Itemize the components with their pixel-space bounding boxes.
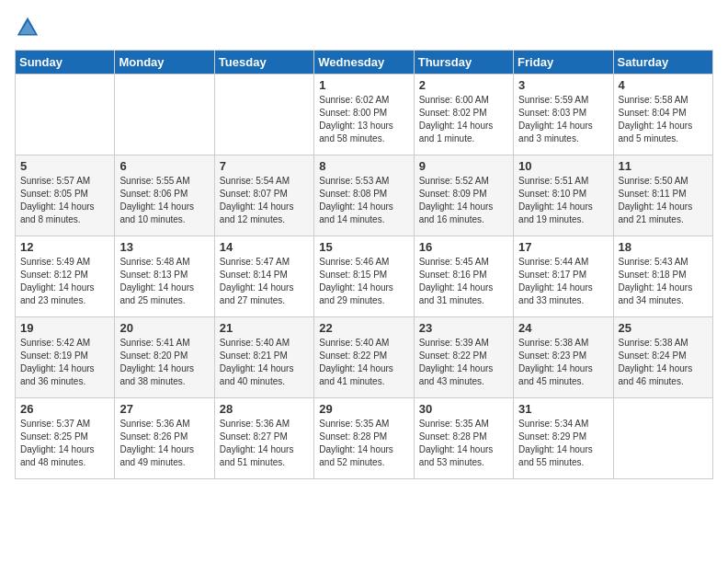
calendar-cell: 24Sunrise: 5:38 AM Sunset: 8:23 PM Dayli… — [514, 317, 613, 398]
calendar-cell — [613, 398, 712, 479]
day-info: Sunrise: 5:38 AM Sunset: 8:24 PM Dayligh… — [619, 337, 708, 388]
day-number: 19 — [20, 321, 109, 335]
header-day-saturday: Saturday — [613, 51, 712, 75]
day-info: Sunrise: 5:43 AM Sunset: 8:18 PM Dayligh… — [619, 256, 708, 307]
day-info: Sunrise: 5:50 AM Sunset: 8:11 PM Dayligh… — [619, 175, 708, 226]
day-info: Sunrise: 5:37 AM Sunset: 8:25 PM Dayligh… — [20, 418, 109, 469]
calendar-body: 1Sunrise: 6:02 AM Sunset: 8:00 PM Daylig… — [16, 75, 713, 479]
day-number: 14 — [220, 240, 309, 254]
day-number: 16 — [419, 240, 508, 254]
day-number: 26 — [20, 402, 109, 416]
calendar-cell: 5Sunrise: 5:57 AM Sunset: 8:05 PM Daylig… — [16, 155, 115, 236]
day-info: Sunrise: 5:41 AM Sunset: 8:20 PM Dayligh… — [119, 337, 209, 388]
day-info: Sunrise: 5:55 AM Sunset: 8:06 PM Dayligh… — [119, 175, 209, 226]
day-info: Sunrise: 5:48 AM Sunset: 8:13 PM Dayligh… — [119, 256, 209, 307]
day-info: Sunrise: 5:46 AM Sunset: 8:15 PM Dayligh… — [319, 256, 408, 307]
calendar-cell: 17Sunrise: 5:44 AM Sunset: 8:17 PM Dayli… — [514, 236, 613, 317]
day-info: Sunrise: 5:52 AM Sunset: 8:09 PM Dayligh… — [419, 175, 508, 226]
day-info: Sunrise: 5:35 AM Sunset: 8:28 PM Dayligh… — [419, 418, 508, 469]
page-header — [15, 15, 713, 40]
calendar-cell — [16, 75, 115, 155]
calendar-cell: 18Sunrise: 5:43 AM Sunset: 8:18 PM Dayli… — [613, 236, 712, 317]
week-row-3: 19Sunrise: 5:42 AM Sunset: 8:19 PM Dayli… — [16, 317, 713, 398]
day-info: Sunrise: 5:40 AM Sunset: 8:22 PM Dayligh… — [319, 337, 408, 388]
day-number: 4 — [619, 78, 708, 92]
calendar-cell: 7Sunrise: 5:54 AM Sunset: 8:07 PM Daylig… — [214, 155, 313, 236]
day-info: Sunrise: 5:58 AM Sunset: 8:04 PM Dayligh… — [619, 94, 708, 145]
day-info: Sunrise: 5:49 AM Sunset: 8:12 PM Dayligh… — [20, 256, 109, 307]
day-number: 20 — [119, 321, 209, 335]
calendar-cell: 12Sunrise: 5:49 AM Sunset: 8:12 PM Dayli… — [16, 236, 115, 317]
logo-icon — [15, 15, 40, 40]
calendar-cell: 16Sunrise: 5:45 AM Sunset: 8:16 PM Dayli… — [414, 236, 513, 317]
calendar-cell: 10Sunrise: 5:51 AM Sunset: 8:10 PM Dayli… — [514, 155, 613, 236]
day-info: Sunrise: 5:42 AM Sunset: 8:19 PM Dayligh… — [20, 337, 109, 388]
day-info: Sunrise: 5:59 AM Sunset: 8:03 PM Dayligh… — [518, 94, 608, 145]
calendar-cell: 1Sunrise: 6:02 AM Sunset: 8:00 PM Daylig… — [314, 75, 414, 155]
day-number: 1 — [319, 78, 408, 92]
calendar-cell: 26Sunrise: 5:37 AM Sunset: 8:25 PM Dayli… — [16, 398, 115, 479]
header-day-sunday: Sunday — [16, 51, 115, 75]
day-info: Sunrise: 5:57 AM Sunset: 8:05 PM Dayligh… — [20, 175, 109, 226]
calendar-cell: 13Sunrise: 5:48 AM Sunset: 8:13 PM Dayli… — [115, 236, 214, 317]
calendar-cell — [214, 75, 313, 155]
day-info: Sunrise: 5:35 AM Sunset: 8:28 PM Dayligh… — [319, 418, 408, 469]
header-day-thursday: Thursday — [414, 51, 513, 75]
day-number: 31 — [518, 402, 608, 416]
day-number: 11 — [619, 159, 708, 173]
week-row-4: 26Sunrise: 5:37 AM Sunset: 8:25 PM Dayli… — [16, 398, 713, 479]
calendar-cell: 29Sunrise: 5:35 AM Sunset: 8:28 PM Dayli… — [314, 398, 414, 479]
day-number: 27 — [119, 402, 209, 416]
calendar-cell: 4Sunrise: 5:58 AM Sunset: 8:04 PM Daylig… — [613, 75, 712, 155]
day-number: 3 — [518, 78, 608, 92]
calendar-cell: 11Sunrise: 5:50 AM Sunset: 8:11 PM Dayli… — [613, 155, 712, 236]
calendar-cell: 15Sunrise: 5:46 AM Sunset: 8:15 PM Dayli… — [314, 236, 414, 317]
calendar-cell: 22Sunrise: 5:40 AM Sunset: 8:22 PM Dayli… — [314, 317, 414, 398]
day-info: Sunrise: 5:47 AM Sunset: 8:14 PM Dayligh… — [220, 256, 309, 307]
calendar-cell: 21Sunrise: 5:40 AM Sunset: 8:21 PM Dayli… — [214, 317, 313, 398]
day-number: 2 — [419, 78, 508, 92]
day-number: 10 — [518, 159, 608, 173]
day-number: 23 — [419, 321, 508, 335]
day-info: Sunrise: 5:38 AM Sunset: 8:23 PM Dayligh… — [518, 337, 608, 388]
day-number: 25 — [619, 321, 708, 335]
header-day-wednesday: Wednesday — [314, 51, 414, 75]
day-info: Sunrise: 5:39 AM Sunset: 8:22 PM Dayligh… — [419, 337, 508, 388]
day-number: 29 — [319, 402, 408, 416]
header-day-friday: Friday — [514, 51, 613, 75]
day-number: 12 — [20, 240, 109, 254]
day-info: Sunrise: 5:44 AM Sunset: 8:17 PM Dayligh… — [518, 256, 608, 307]
day-info: Sunrise: 5:36 AM Sunset: 8:26 PM Dayligh… — [119, 418, 209, 469]
day-number: 8 — [319, 159, 408, 173]
day-number: 7 — [220, 159, 309, 173]
calendar-cell: 23Sunrise: 5:39 AM Sunset: 8:22 PM Dayli… — [414, 317, 513, 398]
calendar-table: SundayMondayTuesdayWednesdayThursdayFrid… — [15, 50, 713, 479]
day-number: 21 — [220, 321, 309, 335]
calendar-cell — [115, 75, 214, 155]
calendar-cell: 19Sunrise: 5:42 AM Sunset: 8:19 PM Dayli… — [16, 317, 115, 398]
day-number: 5 — [20, 159, 109, 173]
calendar-cell: 9Sunrise: 5:52 AM Sunset: 8:09 PM Daylig… — [414, 155, 513, 236]
day-number: 28 — [220, 402, 309, 416]
day-info: Sunrise: 5:40 AM Sunset: 8:21 PM Dayligh… — [220, 337, 309, 388]
day-number: 18 — [619, 240, 708, 254]
calendar-cell: 25Sunrise: 5:38 AM Sunset: 8:24 PM Dayli… — [613, 317, 712, 398]
day-number: 17 — [518, 240, 608, 254]
day-info: Sunrise: 6:00 AM Sunset: 8:02 PM Dayligh… — [419, 94, 508, 145]
calendar-header: SundayMondayTuesdayWednesdayThursdayFrid… — [16, 51, 713, 75]
day-number: 22 — [319, 321, 408, 335]
day-info: Sunrise: 5:54 AM Sunset: 8:07 PM Dayligh… — [220, 175, 309, 226]
day-number: 30 — [419, 402, 508, 416]
day-info: Sunrise: 6:02 AM Sunset: 8:00 PM Dayligh… — [319, 94, 408, 145]
calendar-cell: 27Sunrise: 5:36 AM Sunset: 8:26 PM Dayli… — [115, 398, 214, 479]
header-row: SundayMondayTuesdayWednesdayThursdayFrid… — [16, 51, 713, 75]
calendar-cell: 3Sunrise: 5:59 AM Sunset: 8:03 PM Daylig… — [514, 75, 613, 155]
day-info: Sunrise: 5:45 AM Sunset: 8:16 PM Dayligh… — [419, 256, 508, 307]
week-row-0: 1Sunrise: 6:02 AM Sunset: 8:00 PM Daylig… — [16, 75, 713, 155]
day-info: Sunrise: 5:51 AM Sunset: 8:10 PM Dayligh… — [518, 175, 608, 226]
logo — [15, 15, 44, 40]
day-number: 9 — [419, 159, 508, 173]
week-row-1: 5Sunrise: 5:57 AM Sunset: 8:05 PM Daylig… — [16, 155, 713, 236]
calendar-cell: 28Sunrise: 5:36 AM Sunset: 8:27 PM Dayli… — [214, 398, 313, 479]
day-number: 13 — [119, 240, 209, 254]
